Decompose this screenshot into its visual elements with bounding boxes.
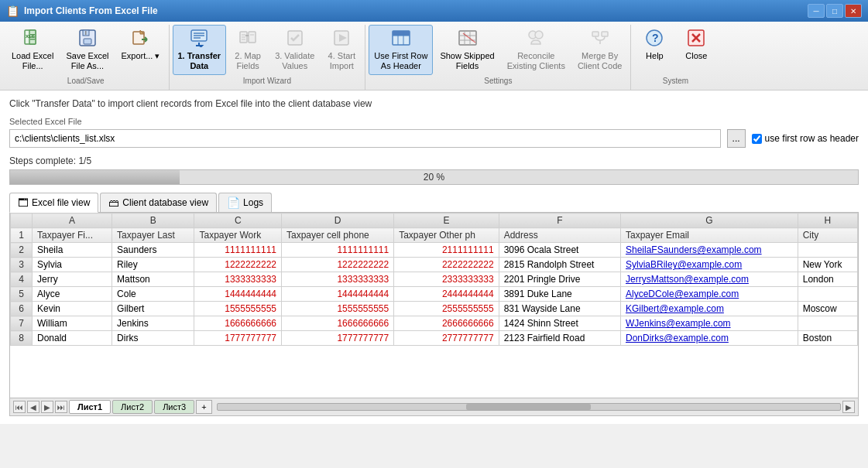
col-e-header: E [394,214,499,228]
minimize-button[interactable]: ─ [808,4,825,18]
row-number: 6 [11,302,33,316]
reconcile-button[interactable]: ReconcileExisting Clients [502,25,571,75]
first-row-checkbox[interactable] [752,134,762,144]
cell: 1555555555 [194,302,282,316]
cell: JerrysMattson@example.com [621,272,798,287]
transfer-data-button[interactable]: 1. TransferData [173,25,227,75]
cell: City [798,228,857,243]
close-toolbar-button[interactable]: Close [676,25,716,75]
cell: 1444444444 [282,287,394,302]
cell: Alyce [33,287,112,302]
merge-icon [591,29,609,50]
tab-excel-view[interactable]: 🗔 Excel file view [9,193,98,213]
cell: 1555555555 [282,302,394,316]
svg-rect-4 [30,36,35,38]
merge-button[interactable]: Merge ByClient Code [572,25,627,75]
cell [798,243,857,258]
cell: 1444444444 [194,287,282,302]
map-icon [238,29,257,50]
sheet-prev-btn[interactable]: ◀ [27,401,39,413]
cell: 2815 Randolph Street [499,258,620,272]
save-excel-button[interactable]: Save ExcelFile As... [60,25,114,75]
svg-text:?: ? [652,32,659,44]
hscroll-track[interactable] [217,403,841,411]
sheet-next-btn[interactable]: ▶ [41,401,53,413]
tab-logs[interactable]: 📄 Logs [218,193,272,212]
sheet-last-btn[interactable]: ⏭ [55,401,67,413]
cell: SylviaBRiley@example.com [621,258,798,272]
svg-rect-5 [30,39,35,40]
load-excel-button[interactable]: XLS Load ExcelFile... [6,25,59,75]
sheet-tab-1[interactable]: Лист1 [69,400,111,414]
validate-label: 3. ValidateValues [275,51,314,71]
cell: AlyceDCole@example.com [621,287,798,302]
export-label: Export... ▾ [121,51,160,61]
svg-rect-28 [393,31,410,36]
map-label: 2. MapFields [235,51,261,71]
use-first-row-button[interactable]: Use First RowAs Header [369,25,433,75]
table-row: 5AlyceCole144444444414444444442444444444… [11,287,858,302]
cell: KGilbert@example.com [621,302,798,316]
help-icon: ? [645,29,664,50]
cell: 2444444444 [394,287,499,302]
table-row: 1Taxpayer Fi...Taxpayer LastTaxpayer Wor… [11,228,858,243]
cell: 1111111111 [194,243,282,258]
reconcile-label: ReconcileExisting Clients [507,51,565,71]
cell: 1666666666 [282,316,394,331]
browse-button[interactable]: ... [727,129,746,148]
svg-point-39 [535,31,543,39]
validate-values-button[interactable]: 3. ValidateValues [269,25,320,75]
show-skipped-button[interactable]: Show SkippedFields [434,25,499,75]
firstrow-icon [392,29,410,50]
first-row-checkbox-label[interactable]: use first row as header [752,133,859,144]
cell: WJenkins@example.com [621,316,798,331]
maximize-button[interactable]: □ [826,4,843,18]
sheet-tab-3[interactable]: Лист3 [154,400,194,414]
reconcile-icon [527,29,545,50]
cell: 831 Wayside Lane [499,302,620,316]
firstrow-label: Use First RowAs Header [374,51,427,71]
system-group-label: System [634,77,716,87]
col-headers-row: A B C D E F G H [11,214,858,228]
cell: Kevin [33,302,112,316]
sheet-add-btn[interactable]: + [196,400,211,414]
cell: 1333333333 [194,272,282,287]
sheet-tab-2[interactable]: Лист2 [112,400,153,414]
cell: 3096 Ocala Street [499,243,620,258]
logs-tab-label: Logs [243,197,263,208]
start-import-button[interactable]: 4. StartImport [321,25,362,75]
col-f-header: F [499,214,620,228]
table-row: 7WilliamJenkins1666666666166666666626666… [11,316,858,331]
skipped-icon [458,29,477,50]
map-fields-button[interactable]: 2. MapFields [228,25,268,75]
sheet-tabs-bar: ⏮ ◀ ▶ ⏭ Лист1 Лист2 Лист3 + ▶ [9,398,859,416]
cell: Cole [112,287,194,302]
title-bar: 📋 Import Clients From Excel File ─ □ ✕ [0,0,868,22]
hscroll-thumb[interactable] [466,404,591,410]
transfer-icon [190,29,208,50]
tab-client-db[interactable]: 🗃 Client database view [100,193,217,212]
skipped-label: Show SkippedFields [440,51,494,71]
row-number: 7 [11,316,33,331]
export-button[interactable]: Export... ▾ [115,25,165,75]
table-row: 6KevinGilbert155555555515555555552555555… [11,302,858,316]
help-button[interactable]: ? Help [634,25,674,75]
row-number: 4 [11,272,33,287]
cell: DonDirks@example.com [621,331,798,346]
cell: Sylvia [33,258,112,272]
excel-tab-icon: 🗔 [18,196,29,209]
spreadsheet-container[interactable]: A B C D E F G H 1Taxpayer Fi...Taxpayer … [9,213,859,398]
settings-buttons: Use First RowAs Header Show SkippedField… [369,25,627,75]
sheet-first-btn[interactable]: ⏮ [13,401,26,413]
cell: 3891 Duke Lane [499,287,620,302]
cell: Taxpayer Work [194,228,282,243]
wizard-group-label: Import Wizard [173,77,362,87]
wizard-buttons: 1. TransferData 2. MapFields 3. Validate… [173,25,362,75]
help-label: Help [646,51,664,61]
toolbar-group-wizard: 1. TransferData 2. MapFields 3. Validate… [170,25,366,90]
window-close-button[interactable]: ✕ [845,4,862,18]
hscroll-right-btn[interactable]: ▶ [842,401,855,413]
cell: Donald [33,331,112,346]
load-excel-label: Load ExcelFile... [12,51,53,71]
cell: 2333333333 [394,272,499,287]
